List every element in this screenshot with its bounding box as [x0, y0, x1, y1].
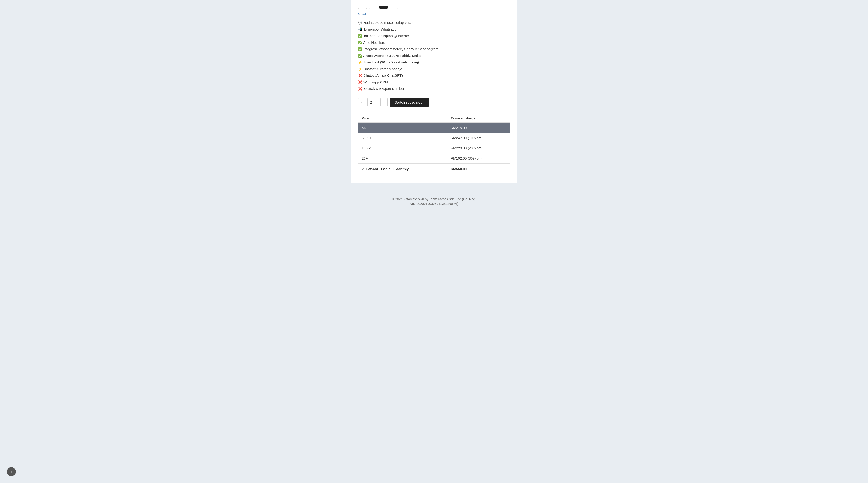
row-qty: 6 - 10: [358, 133, 447, 143]
feature-item: ✅ Akses Webhook & API: Pabbly, Make: [358, 53, 510, 59]
pricing-table-footer: 2 × Wabot - Basic, 6 Monthly RM550.00: [358, 163, 510, 174]
table-row: 6 - 10RM247.00 (10% off): [358, 133, 510, 143]
clear-link[interactable]: Clear: [358, 11, 366, 15]
footer-total: RM550.00: [447, 163, 510, 174]
scroll-to-top-button[interactable]: ↑: [7, 467, 16, 476]
row-qty: 11 - 25: [358, 143, 447, 153]
row-price: RM275.00: [447, 123, 510, 133]
table-row: 26+RM192.00 (30% off): [358, 153, 510, 163]
col-header-price: Tawaran Harga: [447, 114, 510, 123]
pricing-table: Kuantiti Tawaran Harga <6RM275.006 - 10R…: [358, 114, 510, 174]
quantity-plus-button[interactable]: +: [380, 98, 388, 106]
feature-item: ❌ Chatbot Ai (ala ChatGPT): [358, 73, 510, 78]
main-card: Clear 💬 Had 100,000 mesej setiap bulan📲 …: [351, 0, 517, 183]
top-buttons-row: [358, 5, 510, 9]
footer-label: 2 × Wabot - Basic, 6 Monthly: [358, 163, 447, 174]
footer-line1: © 2024 Fatomate own by Team Fames Sdn Bh…: [392, 197, 476, 201]
top-button-2[interactable]: [369, 5, 377, 9]
chevron-up-icon: ↑: [10, 469, 12, 474]
feature-item: ⚡ Broadcast (30 – 45 saat sela mesej): [358, 60, 510, 65]
pricing-table-body: <6RM275.006 - 10RM247.00 (10% off)11 - 2…: [358, 123, 510, 163]
row-qty: <6: [358, 123, 447, 133]
top-button-4[interactable]: [390, 5, 398, 9]
footer: © 2024 Fatomate own by Team Fames Sdn Bh…: [392, 197, 476, 206]
features-list: 💬 Had 100,000 mesej setiap bulan📲 1x nom…: [358, 20, 510, 92]
quantity-section: - + Switch subscription: [358, 98, 510, 106]
quantity-input[interactable]: [367, 98, 378, 106]
row-price: RM247.00 (10% off): [447, 133, 510, 143]
feature-item: ✅ Tak perlu on laptop @ internet: [358, 33, 510, 39]
col-header-qty: Kuantiti: [358, 114, 447, 123]
table-row: <6RM275.00: [358, 123, 510, 133]
table-row: 11 - 25RM220.00 (20% off): [358, 143, 510, 153]
row-price: RM192.00 (30% off): [447, 153, 510, 163]
footer-line2: No.: 202001003050 (1359369-A)): [392, 202, 476, 205]
top-button-1[interactable]: [358, 5, 367, 9]
feature-item: ❌ Ekstrak & Eksport Nombor: [358, 86, 510, 92]
pricing-table-header: Kuantiti Tawaran Harga: [358, 114, 510, 123]
row-qty: 26+: [358, 153, 447, 163]
feature-item: ❌ Whatsapp CRM: [358, 79, 510, 85]
switch-subscription-button[interactable]: Switch subscription: [390, 98, 429, 106]
row-price: RM220.00 (20% off): [447, 143, 510, 153]
feature-item: ✅ Integrasi: Woocommerce, Onpay & Shoppe…: [358, 46, 510, 52]
feature-item: ✅ Auto Notifikasi: [358, 40, 510, 45]
top-button-3[interactable]: [379, 5, 388, 9]
quantity-minus-button[interactable]: -: [358, 98, 366, 106]
feature-item: ⚡ Chatbot Autoreply sahaja: [358, 66, 510, 72]
feature-item: 💬 Had 100,000 mesej setiap bulan: [358, 20, 510, 26]
feature-item: 📲 1x nombor Whatsapp: [358, 27, 510, 32]
